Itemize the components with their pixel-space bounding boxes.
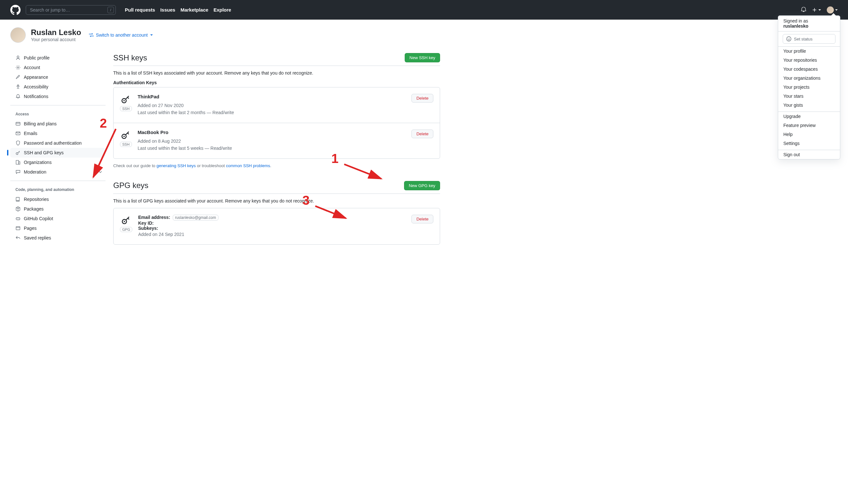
gpg-desc: This is a list of GPG keys associated wi… [113, 198, 440, 203]
ssh-key-added: Added on 27 Nov 2020 [138, 102, 406, 109]
nav-explore[interactable]: Explore [213, 7, 231, 13]
menu-settings[interactable]: Settings [778, 139, 840, 148]
sidebar-item-password-auth[interactable]: Password and authentication [10, 138, 105, 148]
nav-issues[interactable]: Issues [160, 7, 175, 13]
sidebar-item-notifications[interactable]: Notifications [10, 92, 105, 101]
switch-account-link[interactable]: Switch to another account [89, 33, 153, 38]
comment-icon [15, 169, 21, 175]
svg-point-4 [18, 85, 19, 86]
gpg-keyid-label: Key ID: [138, 220, 406, 226]
notifications-icon[interactable] [801, 7, 806, 13]
sidebar-item-account[interactable]: Account [10, 63, 105, 72]
svg-point-0 [786, 37, 791, 41]
nav-pull-requests[interactable]: Pull requests [125, 7, 155, 13]
sidebar-item-pages[interactable]: Pages [10, 223, 105, 233]
gpg-badge: GPG [120, 227, 132, 232]
svg-point-12 [19, 219, 19, 219]
slash-hint: / [107, 7, 114, 13]
sidebar-item-packages[interactable]: Packages [10, 204, 105, 214]
auth-keys-label: Authentication Keys [113, 80, 440, 85]
delete-ssh-key-button[interactable]: Delete [412, 94, 433, 103]
svg-rect-9 [19, 162, 20, 164]
menu-your-stars[interactable]: Your stars [778, 92, 840, 101]
username: ruslanlesko [783, 23, 835, 29]
settings-sidebar: Public profile Account Appearance Access… [10, 53, 105, 250]
main-content: SSH keys New SSH key This is a list of S… [113, 53, 440, 250]
smiley-icon [786, 36, 791, 41]
menu-your-profile[interactable]: Your profile [778, 47, 840, 56]
menu-your-codespaces[interactable]: Your codespaces [778, 65, 840, 74]
ssh-badge: SSH [120, 106, 132, 111]
sidebar-item-appearance[interactable]: Appearance [10, 72, 105, 82]
gpg-section-title: GPG keys [113, 181, 148, 190]
svg-rect-13 [16, 227, 20, 230]
ssh-key-row: SSH ThinkPad Added on 27 Nov 2020 Last u… [114, 87, 440, 123]
common-ssh-problems-link[interactable]: common SSH problems [226, 163, 270, 168]
menu-feature-preview[interactable]: Feature preview [778, 121, 840, 130]
new-gpg-key-button[interactable]: New GPG key [404, 181, 440, 190]
delete-gpg-key-button[interactable]: Delete [412, 215, 433, 223]
package-icon [15, 206, 21, 212]
sidebar-item-organizations[interactable]: Organizations [10, 158, 105, 167]
profile-sub: Your personal account [31, 37, 75, 42]
menu-upgrade[interactable]: Upgrade [778, 112, 840, 121]
switch-icon [89, 33, 94, 38]
topbar: / Pull requests Issues Marketplace Explo… [0, 0, 848, 20]
shield-lock-icon [15, 141, 21, 146]
sidebar-item-accessibility[interactable]: Accessibility [10, 82, 105, 92]
sidebar-item-emails[interactable]: Emails [10, 129, 105, 138]
ssh-desc: This is a list of SSH keys associated wi… [113, 70, 440, 75]
signed-in-label: Signed in as ruslanlesko [778, 16, 840, 31]
ssh-key-row: SSH MacBook Pro Added on 8 Aug 2022 Last… [114, 123, 440, 159]
gpg-added: Added on 24 Sep 2021 [138, 231, 406, 238]
user-menu-trigger[interactable] [827, 6, 838, 14]
svg-rect-8 [16, 160, 19, 164]
svg-point-11 [17, 219, 18, 219]
new-ssh-key-button[interactable]: New SSH key [405, 53, 440, 62]
profile-avatar [10, 27, 26, 43]
set-status-button[interactable]: Set status [783, 34, 835, 44]
sidebar-heading-access: Access [10, 109, 105, 119]
profile-header: Ruslan Lesko Your personal account Switc… [0, 20, 848, 45]
search-input[interactable] [26, 5, 116, 15]
organization-icon [15, 160, 21, 165]
menu-your-projects[interactable]: Your projects [778, 83, 840, 92]
sidebar-item-saved-replies[interactable]: Saved replies [10, 233, 105, 243]
menu-your-gists[interactable]: Your gists [778, 101, 840, 110]
key-icon [121, 94, 131, 104]
caret-down-icon [150, 34, 153, 36]
sidebar-item-copilot[interactable]: GitHub Copilot [10, 214, 105, 223]
nav-marketplace[interactable]: Marketplace [180, 7, 208, 13]
user-dropdown: Signed in as ruslanlesko Set status Your… [778, 15, 840, 159]
sidebar-item-ssh-gpg-keys[interactable]: SSH and GPG keys [10, 148, 105, 158]
ssh-section-title: SSH keys [113, 53, 147, 62]
github-logo[interactable] [10, 5, 21, 15]
top-nav: Pull requests Issues Marketplace Explore [125, 7, 231, 13]
generating-ssh-keys-link[interactable]: generating SSH keys [156, 163, 195, 168]
svg-point-1 [788, 38, 789, 39]
chevron-down-icon [98, 169, 103, 175]
create-new-dropdown[interactable] [812, 7, 821, 13]
ssh-key-name: ThinkPad [138, 94, 406, 99]
key-icon [121, 215, 131, 225]
ssh-key-list: SSH ThinkPad Added on 27 Nov 2020 Last u… [113, 87, 440, 159]
menu-sign-out[interactable]: Sign out [778, 150, 840, 159]
gpg-key-list: GPG Email address: ruslanlesko@gmail.com… [113, 208, 440, 245]
delete-ssh-key-button[interactable]: Delete [412, 129, 433, 138]
ssh-key-used: Last used within the last 5 weeks — Read… [138, 145, 406, 152]
menu-your-repositories[interactable]: Your repositories [778, 56, 840, 65]
sidebar-item-public-profile[interactable]: Public profile [10, 53, 105, 63]
svg-point-3 [17, 67, 19, 68]
ssh-key-added: Added on 8 Aug 2022 [138, 138, 406, 145]
search-box: / [26, 5, 116, 15]
sidebar-item-repositories[interactable]: Repositories [10, 195, 105, 204]
bell-icon [15, 94, 21, 99]
menu-help[interactable]: Help [778, 130, 840, 139]
sidebar-item-billing[interactable]: Billing and plans [10, 119, 105, 129]
sidebar-item-moderation[interactable]: Moderation [10, 167, 105, 177]
profile-name: Ruslan Lesko [31, 28, 81, 37]
ssh-key-name: MacBook Pro [138, 129, 406, 135]
menu-your-organizations[interactable]: Your organizations [778, 74, 840, 83]
gpg-subkeys-label: Subkeys: [138, 226, 406, 231]
accessibility-icon [15, 84, 21, 89]
